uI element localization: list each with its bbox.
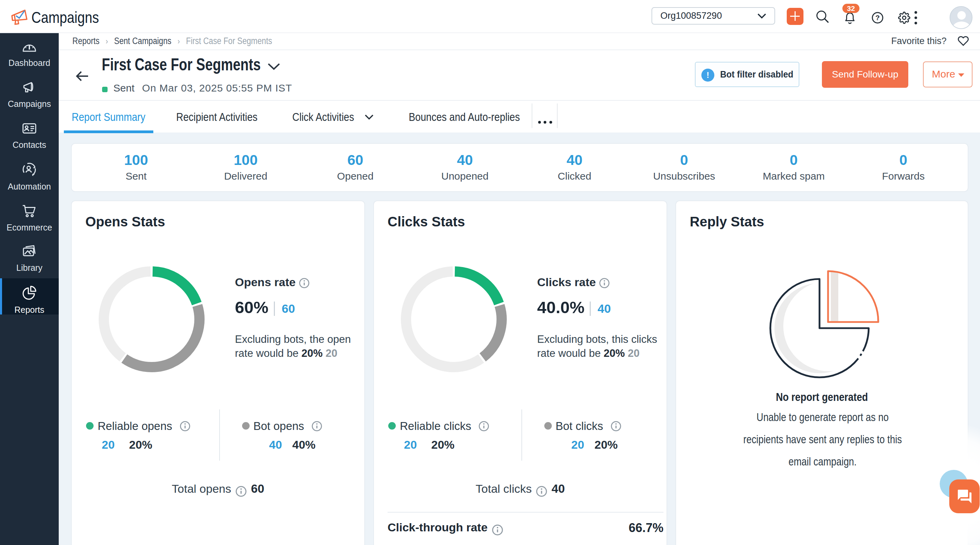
svg-text:?: ?: [875, 14, 880, 22]
